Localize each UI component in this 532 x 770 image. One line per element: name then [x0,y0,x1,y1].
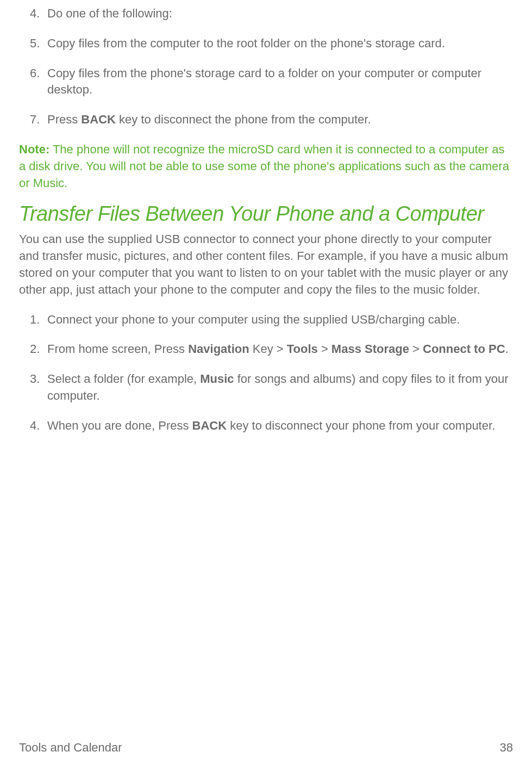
bold-text: BACK [81,113,116,126]
bold-text: BACK [192,419,227,432]
list-item-text: Press BACK key to disconnect the phone f… [47,111,513,128]
footer-page-number: 38 [500,741,513,755]
text-segment: From home screen, Press [47,342,188,356]
list-item-text: Copy files from the phone's storage card… [47,65,513,99]
text-segment: > [318,342,331,356]
ordered-list-1: 4.Do one of the following:5.Copy files f… [30,5,513,128]
text-segment: . [505,342,509,356]
text-segment: Copy files from the phone's storage card… [47,66,481,97]
list-item-number: 4. [30,5,47,22]
bold-text: Music [200,372,234,386]
text-segment: Do one of the following: [47,7,172,20]
bold-text: Navigation [188,342,249,356]
note-block: Note: The phone will not recognize the m… [19,141,513,191]
list-item-text: Select a folder (for example, Music for … [47,371,513,405]
note-label: Note: [19,142,49,156]
bold-text: Tools [287,342,318,356]
text-segment: When you are done, Press [47,419,192,432]
list-item-number: 5. [30,35,47,52]
text-segment: > [409,342,423,356]
list-item-number: 1. [30,312,47,328]
text-segment: key to disconnect the phone from the com… [116,113,371,126]
list-item: 1.Connect your phone to your computer us… [30,312,513,328]
note-text: The phone will not recognize the microSD… [19,142,509,190]
list-item-number: 6. [30,65,47,99]
text-segment: Select a folder (for example, [47,372,200,386]
list-item: 7.Press BACK key to disconnect the phone… [30,111,513,128]
list-item-number: 7. [30,111,47,128]
list-item: 6.Copy files from the phone's storage ca… [30,65,513,99]
list-item: 3.Select a folder (for example, Music fo… [30,371,513,405]
list-item-number: 3. [30,371,47,405]
text-segment: Key > [249,342,287,356]
intro-paragraph: You can use the supplied USB connector t… [19,231,513,298]
section-heading: Transfer Files Between Your Phone and a … [19,202,513,226]
ordered-list-2: 1.Connect your phone to your computer us… [30,312,513,434]
bold-text: Connect to PC [423,342,505,356]
list-item: 5.Copy files from the computer to the ro… [30,35,513,52]
text-segment: key to disconnect your phone from your c… [227,419,495,432]
text-segment: Copy files from the computer to the root… [47,36,445,50]
list-item: 4.Do one of the following: [30,5,513,22]
page-content: 4.Do one of the following:5.Copy files f… [19,0,513,434]
list-item-number: 4. [30,418,47,434]
list-item-number: 2. [30,341,47,358]
list-item-text: From home screen, Press Navigation Key >… [47,341,513,358]
list-item: 2.From home screen, Press Navigation Key… [30,341,513,358]
list-item: 4.When you are done, Press BACK key to d… [30,418,513,434]
list-item-text: When you are done, Press BACK key to dis… [47,418,513,434]
bold-text: Mass Storage [331,342,409,356]
list-item-text: Copy files from the computer to the root… [47,35,513,52]
page-footer: Tools and Calendar 38 [19,741,513,755]
list-item-text: Do one of the following: [47,5,513,22]
list-item-text: Connect your phone to your computer usin… [47,312,513,328]
footer-section-title: Tools and Calendar [19,741,122,755]
text-segment: Connect your phone to your computer usin… [47,313,460,326]
text-segment: Press [47,113,81,126]
